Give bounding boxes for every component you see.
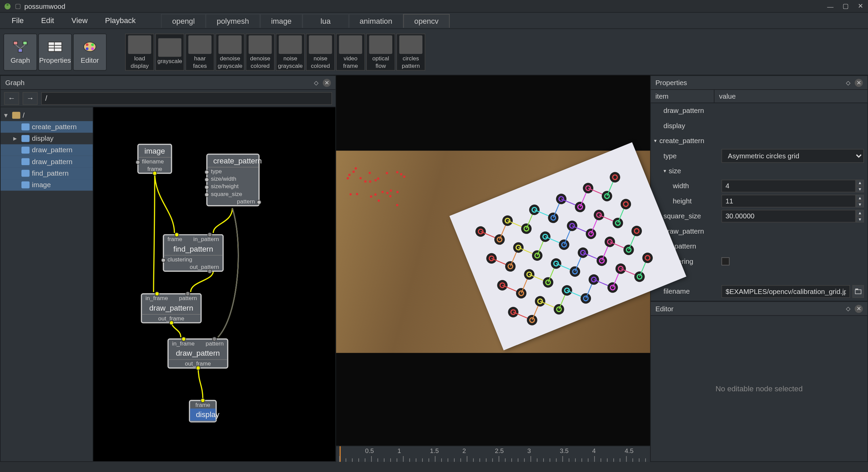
close-button[interactable]: ✕	[856, 2, 865, 10]
preset-circles-pattern[interactable]: circlespattern	[396, 33, 425, 70]
prop-input-square_size[interactable]	[722, 210, 856, 223]
port[interactable]	[136, 160, 140, 165]
prop-draw_pattern[interactable]: draw_pattern	[651, 103, 867, 118]
port[interactable]	[185, 292, 190, 296]
port[interactable]	[181, 337, 186, 341]
spin-up[interactable]: ▲	[856, 195, 864, 201]
preset-noise-grayscale[interactable]: noisegrayscale	[276, 33, 304, 70]
node-canvas[interactable]: image filename frame create_pattern type…	[93, 107, 335, 461]
port[interactable]	[208, 269, 212, 274]
spin-down[interactable]: ▼	[856, 216, 864, 222]
path-address[interactable]: /	[41, 92, 332, 105]
port[interactable]	[196, 366, 200, 370]
mode-properties-button[interactable]: Properties	[38, 33, 72, 70]
node-draw-pattern-2[interactable]: in_framepattern draw_pattern out_frame	[167, 338, 228, 369]
menu-view[interactable]: View	[63, 14, 96, 27]
close-panel-icon[interactable]: ✕	[855, 304, 863, 313]
preset-denoise-grayscale[interactable]: denoisegrayscale	[216, 33, 244, 70]
preset-grayscale[interactable]: grayscale	[155, 33, 184, 70]
prop-file-filename[interactable]	[722, 285, 850, 298]
preset-optical-flow[interactable]: opticalflow	[366, 33, 395, 70]
tab-opencv[interactable]: opencv	[403, 14, 450, 27]
port[interactable]	[208, 232, 212, 237]
timeline-tick: 1.5	[430, 447, 439, 454]
node-display[interactable]: frame display	[189, 400, 217, 422]
node-find-pattern[interactable]: framein_pattern find_pattern clustering …	[163, 234, 223, 272]
port[interactable]	[204, 177, 209, 182]
prop-find_pattern[interactable]: ▾find_pattern	[651, 239, 867, 254]
spin-down[interactable]: ▼	[856, 201, 864, 208]
close-panel-icon[interactable]: ✕	[323, 79, 331, 87]
svg-rect-2	[14, 41, 18, 45]
undock-icon[interactable]: ◇	[844, 304, 852, 313]
tab-opengl[interactable]: opengl	[161, 14, 206, 27]
chevron-down-icon[interactable]: ▾	[664, 168, 667, 174]
prop-size[interactable]: ▾size	[651, 163, 867, 178]
prop-checkbox-clustering[interactable]	[722, 257, 730, 266]
tree-item-draw_pattern[interactable]: draw_pattern	[1, 144, 93, 156]
port[interactable]	[152, 171, 157, 176]
mode-editor-button[interactable]: Editor	[73, 33, 106, 70]
svg-point-142	[369, 180, 371, 183]
svg-point-158	[377, 177, 379, 180]
chevron-down-icon[interactable]: ▾	[654, 138, 657, 144]
tree-item-draw_pattern[interactable]: draw_pattern	[1, 156, 93, 168]
menu-edit[interactable]: Edit	[33, 14, 62, 27]
tree-item-create_pattern[interactable]: create_pattern	[1, 121, 93, 133]
tree-root[interactable]: ▾ /	[1, 110, 93, 121]
node-image[interactable]: image filename frame	[137, 144, 172, 174]
close-panel-icon[interactable]: ✕	[855, 79, 863, 87]
undock-icon[interactable]: ◇	[312, 79, 320, 87]
minimize-button[interactable]: —	[826, 2, 834, 10]
port[interactable]	[257, 200, 261, 205]
tab-image[interactable]: image	[260, 14, 302, 27]
nav-back-button[interactable]: ←	[4, 92, 19, 105]
port[interactable]	[204, 185, 209, 190]
prop-input-width[interactable]	[722, 180, 856, 193]
port[interactable]	[204, 170, 209, 175]
preset-denoise-colored[interactable]: denoisecolored	[246, 33, 275, 70]
preset-haar-faces[interactable]: haarfaces	[185, 33, 214, 70]
node-create-pattern[interactable]: create_pattern type size/width size/heig…	[206, 154, 259, 206]
tab-lua[interactable]: lua	[302, 14, 349, 27]
spin-up[interactable]: ▲	[856, 180, 864, 186]
tree-item-find_pattern[interactable]: find_pattern	[1, 168, 93, 179]
port[interactable]	[204, 192, 209, 197]
prop-create_pattern[interactable]: ▾create_pattern	[651, 133, 867, 148]
svg-point-151	[396, 191, 399, 193]
expand-icon[interactable]: ▾	[4, 111, 10, 119]
tab-animation[interactable]: animation	[349, 14, 403, 27]
undock-icon[interactable]: ◇	[844, 79, 852, 87]
timeline[interactable]: 0.511.522.533.544.5	[336, 446, 650, 462]
viewport-image[interactable]	[336, 75, 650, 446]
mode-graph-button[interactable]: Graph	[3, 33, 37, 70]
prop-input-height[interactable]	[722, 195, 856, 208]
prop-display[interactable]: display	[651, 118, 867, 133]
spin-up[interactable]: ▲	[856, 210, 864, 216]
expand-icon[interactable]: ▸	[13, 134, 19, 142]
browse-button[interactable]	[852, 285, 864, 298]
port[interactable]	[169, 320, 174, 325]
preset-noise-colored[interactable]: noisecolored	[306, 33, 335, 70]
port[interactable]	[161, 258, 166, 263]
port[interactable]	[200, 398, 205, 403]
menu-playback[interactable]: Playback	[97, 14, 144, 27]
node-draw-pattern-1[interactable]: in_framepattern draw_pattern out_frame	[141, 293, 201, 323]
maximize-button[interactable]: ▢	[841, 2, 849, 10]
port[interactable]	[174, 232, 179, 237]
prop-draw_pattern[interactable]: draw_pattern	[651, 224, 867, 239]
tree-item-image[interactable]: image	[1, 179, 93, 191]
spin-down[interactable]: ▼	[856, 186, 864, 193]
prop-square_size: square_size▲▼	[651, 209, 867, 223]
menu-file[interactable]: File	[3, 14, 32, 27]
prop-select-type[interactable]: Asymmetric circles grid	[722, 149, 864, 163]
port[interactable]	[212, 337, 217, 341]
nav-forward-button[interactable]: →	[23, 92, 38, 105]
titlebar: ▢ possumwood — ▢ ✕	[0, 0, 868, 13]
port[interactable]	[155, 292, 159, 296]
tree-item-display[interactable]: ▸display	[1, 133, 93, 144]
tab-polymesh[interactable]: polymesh	[206, 14, 260, 27]
preset-thumb	[218, 35, 241, 54]
preset-video-frame[interactable]: videoframe	[336, 33, 365, 70]
preset-load-display[interactable]: loaddisplay	[125, 33, 154, 70]
